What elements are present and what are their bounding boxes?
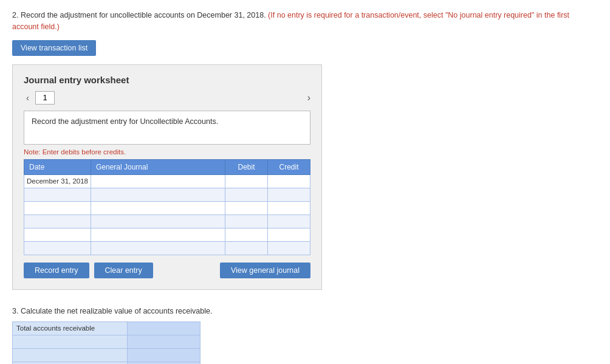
debit-cell[interactable] <box>225 174 268 188</box>
next-page-button[interactable]: › <box>307 92 310 103</box>
journal-cell[interactable] <box>91 228 225 241</box>
view-general-journal-button[interactable]: View general journal <box>220 263 310 278</box>
journal-input[interactable] <box>94 215 222 228</box>
debit-cell[interactable] <box>225 241 268 255</box>
net-table-row: Total accounts receivable <box>13 321 200 335</box>
net-label-cell <box>13 335 128 348</box>
table-row <box>24 188 310 201</box>
debit-input[interactable] <box>228 188 265 201</box>
net-value-cell[interactable] <box>128 321 200 335</box>
col-date: Date <box>24 159 91 174</box>
net-value-cell[interactable] <box>128 335 200 348</box>
action-left: Record entry Clear entry <box>24 263 153 278</box>
journal-cell[interactable] <box>91 215 225 228</box>
debit-cell[interactable] <box>225 228 268 241</box>
instruction-main: 2. Record the adjustment for uncollectib… <box>12 11 266 19</box>
debit-input[interactable] <box>228 175 265 188</box>
credit-cell[interactable] <box>268 174 310 188</box>
credit-input[interactable] <box>270 175 307 188</box>
credit-cell[interactable] <box>268 201 310 215</box>
table-row <box>24 241 310 255</box>
credit-cell[interactable] <box>268 215 310 228</box>
table-row <box>24 215 310 228</box>
nav-row: ‹ › <box>24 91 310 105</box>
description-box: Record the adjustment entry for Uncollec… <box>24 111 310 145</box>
debit-cell[interactable] <box>225 188 268 201</box>
col-credit: Credit <box>268 159 310 174</box>
credit-input[interactable] <box>270 228 307 241</box>
journal-input[interactable] <box>94 242 222 255</box>
net-value-cell[interactable] <box>128 348 200 362</box>
date-cell <box>24 241 91 255</box>
credit-cell[interactable] <box>268 241 310 255</box>
view-transaction-button[interactable]: View transaction list <box>12 40 96 56</box>
debit-input[interactable] <box>228 228 265 241</box>
col-general-journal: General Journal <box>91 159 225 174</box>
record-entry-button[interactable]: Record entry <box>24 263 89 278</box>
journal-cell[interactable] <box>91 241 225 255</box>
date-cell <box>24 215 91 228</box>
debit-cell[interactable] <box>225 201 268 215</box>
col-debit: Debit <box>225 159 268 174</box>
journal-input[interactable] <box>94 175 222 188</box>
worksheet-title: Journal entry worksheet <box>24 75 310 85</box>
nav-left: ‹ <box>24 91 55 105</box>
net-table-row: Net realizable value <box>13 362 200 364</box>
debit-input[interactable] <box>228 215 265 228</box>
net-value-input[interactable] <box>131 324 196 333</box>
instruction-text: 2. Record the adjustment for uncollectib… <box>12 10 598 33</box>
net-value-input[interactable] <box>131 351 196 360</box>
journal-cell[interactable] <box>91 174 225 188</box>
net-value-input[interactable] <box>131 337 196 346</box>
prev-page-button[interactable]: ‹ <box>24 92 32 103</box>
journal-cell[interactable] <box>91 188 225 201</box>
table-row: December 31, 2018 <box>24 174 310 188</box>
date-cell <box>24 188 91 201</box>
net-realizable-table: Total accounts receivableNet realizable … <box>12 321 200 365</box>
journal-input[interactable] <box>94 188 222 201</box>
page-number-input[interactable] <box>35 91 55 105</box>
clear-entry-button[interactable]: Clear entry <box>94 263 153 278</box>
date-cell <box>24 201 91 215</box>
credit-input[interactable] <box>270 202 307 215</box>
credit-input[interactable] <box>270 242 307 255</box>
action-row: Record entry Clear entry View general jo… <box>24 263 310 278</box>
debit-cell[interactable] <box>225 215 268 228</box>
net-label-cell <box>13 348 128 362</box>
credit-input[interactable] <box>270 215 307 228</box>
journal-input[interactable] <box>94 228 222 241</box>
journal-cell[interactable] <box>91 201 225 215</box>
debit-input[interactable] <box>228 202 265 215</box>
journal-entry-worksheet: Journal entry worksheet ‹ › Record the a… <box>12 64 322 290</box>
table-row <box>24 201 310 215</box>
table-row <box>24 228 310 241</box>
journal-input[interactable] <box>94 202 222 215</box>
journal-table: Date General Journal Debit Credit Decemb… <box>24 159 310 255</box>
net-table-row <box>13 348 200 362</box>
section3-label: 3. Calculate the net realizable value of… <box>12 307 598 315</box>
credit-input[interactable] <box>270 188 307 201</box>
date-cell: December 31, 2018 <box>24 174 91 188</box>
net-table-row <box>13 335 200 348</box>
debit-input[interactable] <box>228 242 265 255</box>
net-label-cell: Total accounts receivable <box>13 321 128 335</box>
date-cell <box>24 228 91 241</box>
note-text: Note: Enter debits before credits. <box>24 148 310 156</box>
credit-cell[interactable] <box>268 228 310 241</box>
net-value-cell[interactable] <box>128 362 200 364</box>
net-label-cell: Net realizable value <box>13 362 128 364</box>
credit-cell[interactable] <box>268 188 310 201</box>
